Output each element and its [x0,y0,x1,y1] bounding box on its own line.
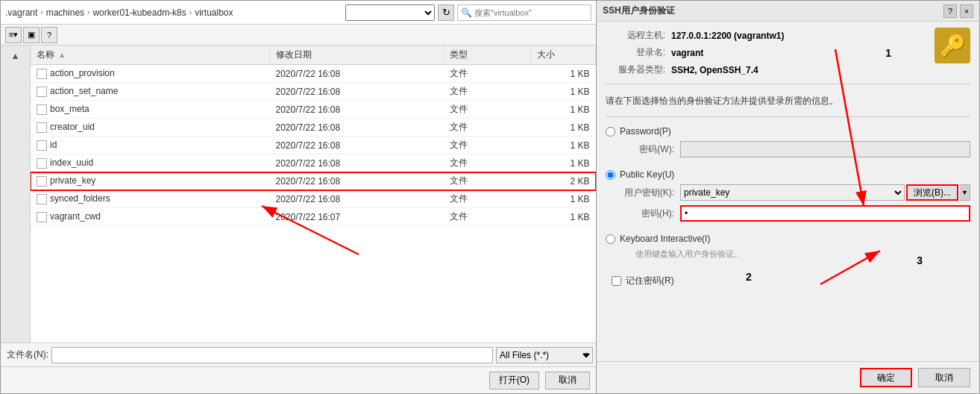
server-type-value: SSH2, OpenSSH_7.4 [671,65,758,75]
keyboard-radio[interactable] [606,234,615,244]
file-date-cell: 2020/7/22 16:08 [269,137,443,154]
breadcrumb-item-2[interactable]: machines [46,7,84,18]
refresh-button[interactable]: ↻ [438,4,454,21]
remote-host-label: 远程主机: [606,29,665,42]
filename-bar: 文件名(N): All Files (*.*) ▼ [1,343,596,366]
passphrase-input[interactable] [680,205,970,222]
file-name-cell: private_key [31,172,269,190]
remote-host-row: 远程主机: 127.0.0.1:2200 (vagrantw1) [606,29,970,42]
toolbar: ≡▾ ▣ ? [1,25,596,46]
file-size-cell: 1 KB [530,154,595,172]
left-nav: ▲ [1,46,31,343]
password-radio[interactable] [606,127,615,137]
file-date-cell: 2020/7/22 16:08 [269,190,443,208]
dialog-title: SSH用户身份验证 [603,4,675,17]
help-btn[interactable]: ? [41,27,57,43]
cancel-dialog-button[interactable]: 取消 [918,368,970,387]
file-size-cell: 1 KB [530,65,595,83]
confirm-button[interactable]: 确定 [860,368,912,387]
file-size-cell: 1 KB [530,208,595,226]
col-header-size[interactable]: 大小 [530,46,595,65]
remember-password-checkbox[interactable] [612,276,621,286]
table-row[interactable]: creator_uid2020/7/22 16:08文件1 KB [31,119,596,137]
file-type-cell: 文件 [444,119,531,137]
search-icon: 🔍 [461,7,472,18]
help-dialog-btn[interactable]: ? [943,4,957,18]
dialog-footer: 确定 取消 [597,361,979,393]
col-header-name[interactable]: 名称 ▲ [31,46,269,65]
browse-dropdown-arrow[interactable]: ▼ [960,184,970,201]
filename-input-container: All Files (*.*) ▼ [51,347,590,363]
file-date-cell: 2020/7/22 16:08 [269,83,443,101]
remember-password-label: 记住密码(R) [626,275,674,287]
col-header-date[interactable]: 修改日期 [269,46,443,65]
file-date-cell: 2020/7/22 16:08 [269,172,443,190]
file-size-cell: 1 KB [530,190,595,208]
file-date-cell: 2020/7/22 16:08 [269,119,443,137]
table-row[interactable]: private_key2020/7/22 16:08文件2 KB [31,172,596,190]
filetype-select[interactable]: All Files (*.*) [496,347,593,363]
table-row[interactable]: vagrant_cwd2020/7/22 16:07文件1 KB [31,208,596,226]
filename-input[interactable] [51,347,493,363]
table-row[interactable]: action_set_name2020/7/22 16:08文件1 KB [31,83,596,101]
table-row[interactable]: index_uuid2020/7/22 16:08文件1 KB [31,154,596,172]
keyboard-option: Keyboard Interactive(I) [606,234,970,244]
pane-toggle-btn[interactable]: ▣ [23,27,40,43]
filename-label: 文件名(N): [7,348,48,361]
search-input[interactable] [474,8,571,17]
nav-up-arrow[interactable]: ▲ [8,49,23,63]
file-name-cell: action_set_name [31,83,269,101]
breadcrumb-item-4[interactable]: virtualbox [195,7,233,18]
badge-2: 2 [746,271,752,283]
cancel-button[interactable]: 取消 [545,372,590,390]
publickey-label: Public Key(U) [620,169,674,180]
key-select[interactable]: private_key [680,184,905,201]
action-buttons-bar: 打开(O) 取消 [1,366,596,393]
file-date-cell: 2020/7/22 16:08 [269,65,443,83]
file-type-cell: 文件 [444,101,531,119]
file-type-cell: 文件 [444,208,531,226]
close-dialog-btn[interactable]: × [960,4,973,18]
key-person-icon: 🔑 [940,34,966,58]
breadcrumb-sep-3: › [189,8,192,16]
table-row[interactable]: action_provision2020/7/22 16:08文件1 KB [31,65,596,83]
file-size-cell: 1 KB [530,83,595,101]
table-row[interactable]: box_meta2020/7/22 16:08文件1 KB [31,101,596,119]
remote-host-value: 127.0.0.1:2200 (vagrantw1) [671,31,784,41]
server-type-label: 服务器类型: [606,63,665,76]
dialog-titlebar: SSH用户身份验证 ? × [597,1,979,22]
password-input[interactable] [680,141,970,157]
file-date-cell: 2020/7/22 16:07 [269,208,443,226]
publickey-radio[interactable] [606,170,615,180]
breadcrumb-sep-2: › [87,8,89,16]
path-dropdown[interactable] [345,4,435,21]
col-header-type[interactable]: 类型 [444,46,531,65]
badge-3: 3 [917,254,923,266]
file-name-cell: creator_uid [31,119,269,137]
file-type-cell: 文件 [444,172,531,190]
instruction-text: 请在下面选择恰当的身份验证方法并提供登录所需的信息。 [606,95,970,107]
file-name-cell: id [31,137,269,154]
table-row[interactable]: id2020/7/22 16:08文件1 KB [31,137,596,154]
file-size-cell: 2 KB [530,172,595,190]
file-name-cell: vagrant_cwd [31,208,269,226]
file-type-cell: 文件 [444,154,531,172]
file-table: 名称 ▲ 修改日期 类型 大小 action_provision2020/7/2… [31,46,596,226]
open-button[interactable]: 打开(O) [489,372,539,390]
file-type-cell: 文件 [444,137,531,154]
file-browser-panel: .vagrant › machines › worker01-kubeadm-k… [0,0,597,394]
file-table-container[interactable]: 名称 ▲ 修改日期 类型 大小 action_provision2020/7/2… [31,46,596,343]
passphrase-label: 密码(H): [621,207,674,220]
breadcrumb-item-1[interactable]: .vagrant [5,7,37,18]
password-label: Password(P) [620,126,671,137]
table-row[interactable]: synced_folders2020/7/22 16:08文件1 KB [31,190,596,208]
file-type-cell: 文件 [444,83,531,101]
file-type-cell: 文件 [444,65,531,83]
divider-1 [606,84,970,84]
view-options-btn[interactable]: ≡▾ [5,27,22,43]
file-date-cell: 2020/7/22 16:08 [269,101,443,119]
keyboard-label: Keyboard Interactive(I) [620,234,710,244]
dialog-body: 远程主机: 127.0.0.1:2200 (vagrantw1) 登录名: va… [597,22,979,361]
browse-button[interactable]: 浏览(B)... [906,184,958,201]
breadcrumb-item-3[interactable]: worker01-kubeadm-k8s [92,7,186,18]
